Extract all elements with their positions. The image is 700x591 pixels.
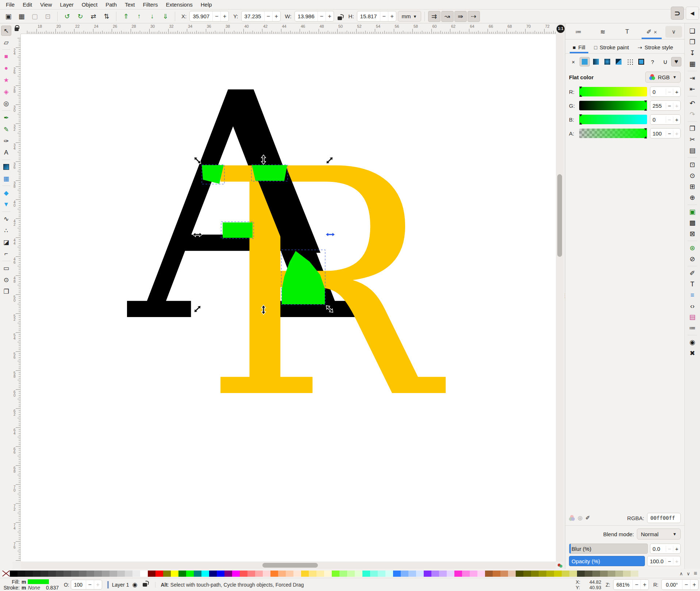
intersection-piece-3[interactable] bbox=[223, 222, 253, 238]
ruler-lock[interactable] bbox=[12, 23, 21, 34]
pen-tool[interactable]: ✒ bbox=[1, 113, 11, 123]
h-plus-button[interactable]: + bbox=[388, 11, 396, 21]
paint-unknown-button[interactable]: ? bbox=[647, 57, 658, 66]
tab-stroke-paint[interactable]: □Stroke paint bbox=[591, 42, 633, 53]
a-value-field[interactable]: 100−+ bbox=[650, 128, 681, 138]
palette-swatch[interactable] bbox=[286, 571, 293, 577]
move-patterns-icon[interactable]: ⇢ bbox=[468, 11, 480, 22]
object-opacity-field[interactable]: 100 − + bbox=[71, 580, 102, 590]
vertical-scrollbar-thumb[interactable] bbox=[557, 174, 562, 257]
zoom-plus-button[interactable]: + bbox=[641, 580, 649, 590]
spray-tool[interactable]: ∴ bbox=[1, 225, 11, 236]
palette-swatch[interactable] bbox=[86, 571, 94, 577]
colorspace-select[interactable]: RGB ▼ bbox=[645, 72, 681, 83]
save-document-icon[interactable]: ↧ bbox=[686, 47, 698, 58]
rotation-field[interactable]: 0.00° − + bbox=[661, 579, 699, 590]
enable-snapping-toggle[interactable]: ⊃ bbox=[671, 7, 684, 20]
menu-extensions[interactable]: Extensions bbox=[162, 1, 196, 8]
palette-swatch[interactable] bbox=[41, 571, 48, 577]
palette-swatch[interactable] bbox=[132, 571, 140, 577]
palette-swatch[interactable] bbox=[140, 571, 148, 577]
palette-swatch[interactable] bbox=[592, 571, 600, 577]
close-tab-icon[interactable]: × bbox=[654, 29, 657, 35]
selection-touch-icon[interactable]: ⊡ bbox=[42, 11, 54, 22]
paint-swatch-button[interactable] bbox=[636, 57, 646, 66]
palette-swatch[interactable] bbox=[370, 571, 378, 577]
palette-swatch[interactable] bbox=[447, 571, 454, 577]
palette-swatch[interactable] bbox=[600, 571, 608, 577]
palette-swatch[interactable] bbox=[554, 571, 562, 577]
palette-swatch[interactable] bbox=[539, 571, 546, 577]
palette-swatch[interactable] bbox=[608, 571, 615, 577]
palette-swatch[interactable] bbox=[339, 571, 347, 577]
fill-stroke-indicator[interactable]: Fill: m Stroke: m None 0.837 bbox=[0, 579, 59, 591]
palette-swatch[interactable] bbox=[56, 571, 64, 577]
fill-swatch[interactable] bbox=[28, 579, 49, 584]
zoom-field[interactable]: 681% − + bbox=[613, 579, 649, 590]
blur-minus-button[interactable]: − bbox=[666, 546, 673, 552]
box3d-tool[interactable]: ◈ bbox=[1, 87, 11, 97]
horizontal-scrollbar-thumb[interactable] bbox=[262, 563, 318, 568]
lower-icon[interactable]: ↓ bbox=[146, 11, 158, 22]
horizontal-scrollbar[interactable] bbox=[21, 562, 556, 569]
text-font-tab[interactable]: T bbox=[615, 24, 639, 39]
palette-swatch[interactable] bbox=[25, 571, 33, 577]
eraser-tool[interactable]: ◪ bbox=[1, 237, 11, 247]
palette-swatch[interactable] bbox=[171, 571, 178, 577]
find-replace-icon[interactable]: ◉ bbox=[686, 337, 698, 348]
clone-icon[interactable]: ▩ bbox=[686, 217, 698, 228]
palette-swatch[interactable] bbox=[148, 571, 155, 577]
plus-button[interactable]: + bbox=[673, 130, 680, 137]
y-plus-button[interactable]: + bbox=[272, 11, 280, 21]
ungroup-icon[interactable]: ⊘ bbox=[686, 253, 698, 264]
palette-swatch[interactable] bbox=[477, 571, 485, 577]
select-all-icon[interactable]: ▣ bbox=[2, 11, 15, 22]
align-distribute-dialog-icon[interactable]: ≔ bbox=[686, 323, 698, 333]
vertical-ruler[interactable]: 2 42 62 83 03 23 43 63 84 04 24 44 64 85… bbox=[12, 34, 21, 561]
palette-swatch[interactable] bbox=[224, 571, 232, 577]
palette-swatch[interactable] bbox=[94, 571, 102, 577]
palette-swatch[interactable] bbox=[385, 571, 393, 577]
xml-editor-icon[interactable]: ‹› bbox=[686, 301, 698, 312]
palette-swatch[interactable] bbox=[125, 571, 132, 577]
palette-swatch[interactable] bbox=[508, 571, 516, 577]
opacity-minus-button[interactable]: − bbox=[666, 558, 673, 564]
palette-swatch[interactable] bbox=[562, 571, 569, 577]
zoom-minus-button[interactable]: − bbox=[632, 580, 641, 590]
tab-fill[interactable]: ■Fill bbox=[569, 42, 589, 53]
palette-swatch[interactable] bbox=[71, 571, 79, 577]
tweak-tool[interactable]: ∿ bbox=[1, 214, 11, 224]
blur-plus-button[interactable]: + bbox=[673, 546, 680, 552]
x-field[interactable]: 35.907 − + bbox=[189, 11, 229, 22]
palette-swatch[interactable] bbox=[585, 571, 592, 577]
x-minus-button[interactable]: − bbox=[212, 11, 220, 21]
blend-mode-select[interactable]: Normal ▼ bbox=[637, 529, 681, 539]
color-managed-display-icon[interactable] bbox=[557, 563, 563, 568]
menu-path[interactable]: Path bbox=[102, 1, 120, 8]
scale-corners-icon[interactable]: ↝ bbox=[441, 11, 454, 22]
unlink-clone-icon[interactable]: ⊠ bbox=[686, 228, 698, 239]
palette-swatch[interactable] bbox=[623, 571, 631, 577]
palette-swatch[interactable] bbox=[362, 571, 370, 577]
unit-select[interactable]: mm ▼ bbox=[398, 11, 421, 22]
layer-lock-icon[interactable] bbox=[143, 583, 147, 587]
gradient-tool[interactable] bbox=[1, 162, 11, 172]
pencil-tool[interactable]: ✎ bbox=[1, 124, 11, 134]
dropper-tool[interactable]: ◆ bbox=[1, 188, 11, 198]
duplicate-icon[interactable]: ▣ bbox=[686, 206, 698, 217]
palette-swatch[interactable] bbox=[48, 571, 56, 577]
palette-swatch[interactable] bbox=[255, 571, 263, 577]
opacity-plus-button[interactable]: + bbox=[673, 558, 680, 564]
palette-swatch[interactable] bbox=[615, 571, 623, 577]
palette-swatch[interactable] bbox=[316, 571, 324, 577]
slider-thumb[interactable] bbox=[644, 128, 647, 138]
opacity-status-plus-button[interactable]: + bbox=[94, 580, 102, 589]
zoom-1to1-icon[interactable]: 1:1 bbox=[556, 24, 565, 34]
paint-mesh-gradient-button[interactable] bbox=[614, 57, 624, 66]
cms-circle-icon[interactable]: ◎ bbox=[578, 515, 582, 521]
slider-thumb[interactable] bbox=[579, 114, 582, 125]
palette-swatch[interactable] bbox=[531, 571, 539, 577]
dock-menu-chevron-icon[interactable]: ∨ bbox=[665, 26, 682, 38]
minus-button[interactable]: − bbox=[666, 103, 673, 109]
rotation-minus-button[interactable]: − bbox=[682, 580, 690, 590]
